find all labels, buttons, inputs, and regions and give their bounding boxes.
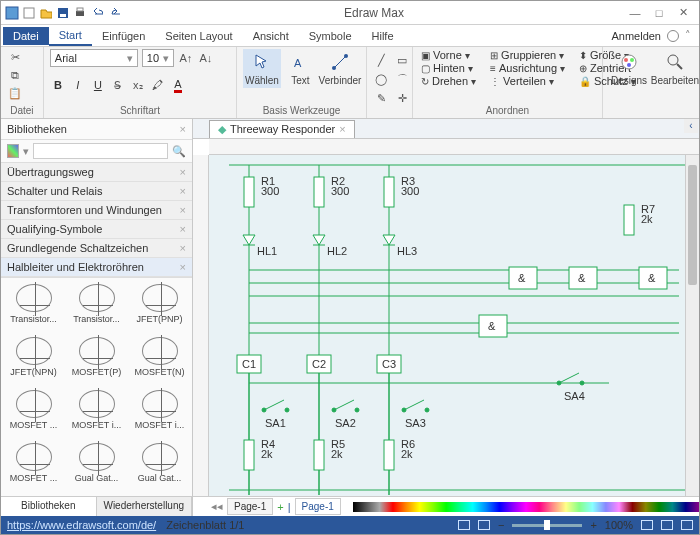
- maximize-button[interactable]: □: [651, 7, 667, 19]
- select-tool-button[interactable]: Wählen: [243, 49, 281, 88]
- underline-icon[interactable]: U: [90, 77, 106, 93]
- save-icon[interactable]: [56, 6, 70, 20]
- shape-item[interactable]: MOSFET ...: [3, 388, 64, 439]
- group-tools-label: Basis Werkzeuge: [243, 103, 360, 116]
- shape-item[interactable]: MOSFET i...: [129, 388, 190, 439]
- shape-item[interactable]: JFET(PNP): [129, 282, 190, 333]
- category-item[interactable]: Übertragungsweg×: [1, 163, 192, 182]
- status-url-link[interactable]: https://www.edrawsoft.com/de/: [7, 519, 156, 531]
- fit-page-icon[interactable]: [641, 520, 653, 530]
- print-icon[interactable]: [73, 6, 87, 20]
- file-tab[interactable]: Datei: [3, 27, 49, 45]
- connector-tool-button[interactable]: Verbinder: [320, 49, 360, 88]
- new-icon[interactable]: [22, 6, 36, 20]
- category-item[interactable]: Grundlegende Schaltzeichen×: [1, 239, 192, 258]
- svg-text:2k: 2k: [331, 448, 343, 460]
- bold-icon[interactable]: B: [50, 77, 66, 93]
- page-tab[interactable]: Page-1: [227, 498, 273, 515]
- arc-icon[interactable]: ⌒: [394, 71, 410, 87]
- zoom-out-icon[interactable]: −: [498, 519, 504, 531]
- grid-icon[interactable]: [681, 520, 693, 530]
- distribute-button[interactable]: ⋮ Verteilen ▾: [488, 75, 567, 87]
- bring-front-button[interactable]: ▣ Vorne ▾: [419, 49, 478, 61]
- italic-icon[interactable]: I: [70, 77, 86, 93]
- shape-item[interactable]: Transistor...: [66, 282, 127, 333]
- view-normal-icon[interactable]: [458, 520, 470, 530]
- font-color-icon[interactable]: A: [170, 77, 186, 93]
- highlight-icon[interactable]: 🖍: [150, 77, 166, 93]
- page-nav-prev-icon[interactable]: ◂◂: [211, 500, 223, 513]
- increase-font-icon[interactable]: A↑: [178, 50, 194, 66]
- text-tool-button[interactable]: A Text: [285, 49, 316, 88]
- svg-line-48: [404, 400, 424, 410]
- shape-item[interactable]: MOSFET i...: [66, 388, 127, 439]
- zoom-slider[interactable]: [512, 524, 582, 527]
- library-picker-icon[interactable]: [7, 144, 19, 158]
- open-icon[interactable]: [39, 6, 53, 20]
- sidebar-close-icon[interactable]: ×: [180, 123, 186, 135]
- svg-line-42: [264, 400, 284, 410]
- search-icon[interactable]: 🔍: [172, 145, 186, 158]
- shape-item[interactable]: Transistor...: [3, 282, 64, 333]
- rect-icon[interactable]: ▭: [394, 52, 410, 68]
- freeform-icon[interactable]: ✎: [373, 90, 389, 106]
- font-size-select[interactable]: 10▾: [142, 49, 174, 67]
- add-page-icon[interactable]: +: [277, 501, 283, 513]
- color-strip[interactable]: [353, 502, 699, 512]
- fit-width-icon[interactable]: [661, 520, 673, 530]
- svg-line-14: [677, 64, 682, 69]
- font-name-select[interactable]: Arial▾: [50, 49, 138, 67]
- panel-toggle-icon[interactable]: ‹: [684, 119, 698, 133]
- shape-item[interactable]: JFET(NPN): [3, 335, 64, 386]
- redo-icon[interactable]: [107, 6, 121, 20]
- tab-insert[interactable]: Einfügen: [92, 27, 155, 45]
- shape-item[interactable]: Gual Gat...: [66, 441, 127, 492]
- minimize-button[interactable]: —: [627, 7, 643, 19]
- zoom-level-label: 100%: [605, 519, 633, 531]
- cut-icon[interactable]: ✂: [7, 49, 23, 65]
- crop-icon[interactable]: ✛: [394, 90, 410, 106]
- tab-symbols[interactable]: Symbole: [299, 27, 362, 45]
- paste-icon[interactable]: 📋: [7, 85, 23, 101]
- edit-button[interactable]: Bearbeiten: [655, 49, 695, 88]
- subscript-icon[interactable]: x₂: [130, 77, 146, 93]
- zoom-in-icon[interactable]: +: [590, 519, 596, 531]
- category-item[interactable]: Qualifying-Symbole×: [1, 220, 192, 239]
- undo-icon[interactable]: [90, 6, 104, 20]
- shape-item[interactable]: MOSFET ...: [3, 441, 64, 492]
- ellipse-icon[interactable]: ◯: [373, 71, 389, 87]
- document-tab[interactable]: ◆ Threeway Responder ×: [209, 120, 355, 138]
- sidebar-tab-libraries[interactable]: Bibliotheken: [1, 497, 97, 516]
- designs-button[interactable]: Designs: [609, 49, 649, 88]
- category-item[interactable]: Schalter und Relais×: [1, 182, 192, 201]
- send-back-button[interactable]: ▢ Hinten ▾: [419, 62, 478, 74]
- shape-item[interactable]: Gual Gat...: [129, 441, 190, 492]
- strike-icon[interactable]: S̶: [110, 77, 126, 93]
- tab-pagelayout[interactable]: Seiten Layout: [155, 27, 242, 45]
- rotate-button[interactable]: ↻ Drehen ▾: [419, 75, 478, 87]
- library-search-input[interactable]: [33, 143, 168, 159]
- shape-item[interactable]: MOSFET(P): [66, 335, 127, 386]
- decrease-font-icon[interactable]: A↓: [198, 50, 214, 66]
- group-button[interactable]: ⊞ Gruppieren ▾: [488, 49, 567, 61]
- line-icon[interactable]: ╱: [373, 52, 389, 68]
- svg-rect-19: [244, 177, 254, 207]
- align-button[interactable]: ≡ Ausrichtung ▾: [488, 62, 567, 74]
- tab-start[interactable]: Start: [49, 26, 92, 46]
- drawing-canvas[interactable]: R1300 R2300 R3300 R72k HL1 HL2 HL3 & & &…: [209, 155, 685, 496]
- sidebar-tab-recovery[interactable]: Wiederherstellung: [97, 497, 193, 516]
- tab-view[interactable]: Ansicht: [243, 27, 299, 45]
- category-item[interactable]: Transformtoren und Windungen×: [1, 201, 192, 220]
- page-tab[interactable]: Page-1: [295, 498, 341, 515]
- shape-item[interactable]: MOSFET(N): [129, 335, 190, 386]
- tab-help[interactable]: Hilfe: [362, 27, 404, 45]
- signin-link[interactable]: Anmelden ˄: [611, 29, 697, 42]
- document-close-icon[interactable]: ×: [339, 123, 345, 135]
- category-item[interactable]: Halbleiter und Elektroröhren×: [1, 258, 192, 277]
- vertical-scrollbar[interactable]: [685, 155, 699, 496]
- gear-icon[interactable]: [667, 30, 679, 42]
- close-button[interactable]: ✕: [675, 6, 691, 19]
- copy-icon[interactable]: ⧉: [7, 67, 23, 83]
- collapse-ribbon-icon[interactable]: ˄: [685, 29, 691, 42]
- view-fullscreen-icon[interactable]: [478, 520, 490, 530]
